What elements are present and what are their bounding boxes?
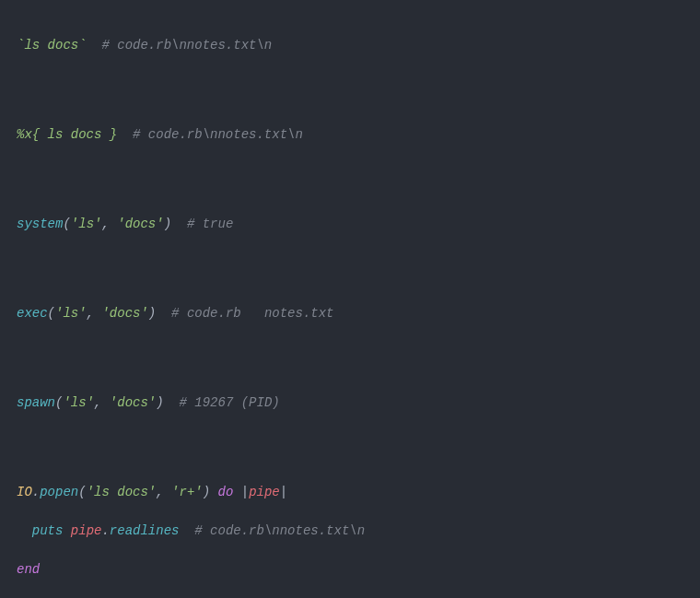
comment: # code.rb\nnotes.txt\n	[133, 127, 303, 142]
comment: # 19267 (PID)	[179, 395, 279, 410]
blank-line	[17, 164, 683, 195]
string-arg: 'ls'	[63, 395, 94, 410]
pctx-open: %x{	[17, 127, 48, 142]
comment: # code.rb notes.txt	[171, 306, 333, 321]
var-pipe: pipe	[71, 523, 102, 538]
fn-exec: exec	[17, 306, 48, 321]
code-line: system('ls', 'docs') # true	[17, 215, 683, 234]
blank-line	[17, 432, 683, 463]
backtick-close: `	[78, 38, 86, 53]
string-arg: 'r+'	[171, 485, 203, 499]
block-param: pipe	[249, 485, 280, 499]
fn-readlines: readlines	[110, 523, 180, 538]
string-arg: 'docs'	[110, 395, 156, 410]
class-io: IO	[17, 485, 32, 499]
code-block: `ls docs` # code.rb\nnotes.txt\n %x{ ls …	[17, 17, 683, 598]
comment: # true	[187, 217, 233, 231]
comment: # code.rb\nnotes.txt\n	[194, 523, 365, 538]
string-arg: 'docs'	[117, 217, 163, 231]
kw-do: do	[218, 485, 234, 499]
blank-line	[17, 343, 683, 374]
kw-end: end	[17, 562, 40, 577]
code-line: exec('ls', 'docs') # code.rb notes.txt	[17, 304, 683, 323]
fn-system: system	[17, 217, 63, 231]
blank-line	[17, 75, 683, 106]
comment: # code.rb\nnotes.txt\n	[101, 38, 272, 53]
code-line: spawn('ls', 'docs') # 19267 (PID)	[17, 393, 683, 413]
fn-spawn: spawn	[17, 395, 55, 410]
code-line: puts pipe.readlines # code.rb\nnotes.txt…	[17, 522, 683, 541]
code-line: `ls docs` # code.rb\nnotes.txt\n	[17, 36, 683, 55]
pctx-cmd: ls docs	[48, 127, 102, 142]
fn-popen: popen	[40, 485, 78, 499]
string-arg: 'ls'	[55, 306, 87, 321]
string-arg: 'ls'	[71, 217, 102, 231]
code-line: IO.popen('ls docs', 'r+') do |pipe|	[17, 483, 683, 502]
code-line: %x{ ls docs } # code.rb\nnotes.txt\n	[17, 125, 683, 145]
code-line: end	[17, 560, 683, 580]
string-arg: 'docs'	[101, 306, 147, 321]
blank-line	[17, 253, 683, 285]
fn-puts: puts	[32, 523, 64, 538]
string-arg: 'ls docs'	[87, 485, 157, 499]
pctx-close: }	[101, 127, 117, 142]
backtick-cmd: ls docs	[24, 38, 78, 53]
